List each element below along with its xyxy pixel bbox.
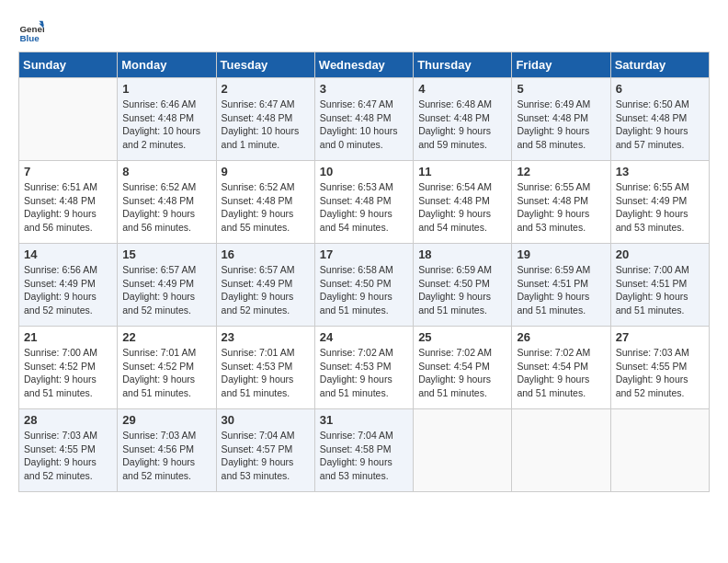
day-info: Sunrise: 6:57 AM Sunset: 4:49 PM Dayligh… <box>122 263 210 317</box>
calendar-cell: 24Sunrise: 7:02 AM Sunset: 4:53 PM Dayli… <box>314 327 413 409</box>
calendar-cell: 20Sunrise: 7:00 AM Sunset: 4:51 PM Dayli… <box>610 244 709 327</box>
day-number: 6 <box>616 82 704 96</box>
calendar-cell: 26Sunrise: 7:02 AM Sunset: 4:54 PM Dayli… <box>512 327 610 409</box>
weekday-header-tuesday: Tuesday <box>216 52 314 78</box>
day-number: 5 <box>517 82 605 96</box>
day-number: 10 <box>320 165 408 178</box>
day-info: Sunrise: 6:56 AM Sunset: 4:49 PM Dayligh… <box>24 263 112 317</box>
day-info: Sunrise: 6:54 AM Sunset: 4:48 PM Dayligh… <box>418 180 506 235</box>
day-number: 19 <box>517 247 605 261</box>
calendar-cell: 10Sunrise: 6:53 AM Sunset: 4:48 PM Dayli… <box>314 161 413 244</box>
calendar-cell: 12Sunrise: 6:55 AM Sunset: 4:48 PM Dayli… <box>512 161 610 244</box>
calendar-cell: 7Sunrise: 6:51 AM Sunset: 4:48 PM Daylig… <box>19 161 118 244</box>
day-info: Sunrise: 7:00 AM Sunset: 4:51 PM Dayligh… <box>616 263 704 317</box>
day-number: 25 <box>418 330 506 344</box>
day-info: Sunrise: 6:47 AM Sunset: 4:48 PM Dayligh… <box>320 98 408 152</box>
calendar-cell: 8Sunrise: 6:52 AM Sunset: 4:48 PM Daylig… <box>118 161 216 244</box>
day-info: Sunrise: 7:03 AM Sunset: 4:55 PM Dayligh… <box>616 346 704 400</box>
calendar-cell: 21Sunrise: 7:00 AM Sunset: 4:52 PM Dayli… <box>19 327 118 409</box>
day-number: 15 <box>122 247 210 261</box>
day-number: 14 <box>24 247 112 261</box>
calendar-week-row: 1Sunrise: 6:46 AM Sunset: 4:48 PM Daylig… <box>19 78 710 161</box>
day-info: Sunrise: 6:58 AM Sunset: 4:50 PM Dayligh… <box>320 263 408 317</box>
day-info: Sunrise: 6:55 AM Sunset: 4:48 PM Dayligh… <box>517 180 605 235</box>
day-info: Sunrise: 7:01 AM Sunset: 4:52 PM Dayligh… <box>122 346 210 400</box>
day-info: Sunrise: 6:55 AM Sunset: 4:49 PM Dayligh… <box>616 180 704 235</box>
day-info: Sunrise: 7:00 AM Sunset: 4:52 PM Dayligh… <box>24 346 112 400</box>
calendar-week-row: 21Sunrise: 7:00 AM Sunset: 4:52 PM Dayli… <box>19 327 710 409</box>
calendar-cell: 9Sunrise: 6:52 AM Sunset: 4:48 PM Daylig… <box>216 161 314 244</box>
calendar-week-row: 7Sunrise: 6:51 AM Sunset: 4:48 PM Daylig… <box>19 161 710 244</box>
day-info: Sunrise: 6:52 AM Sunset: 4:48 PM Dayligh… <box>122 180 210 235</box>
weekday-header-wednesday: Wednesday <box>314 52 413 78</box>
day-info: Sunrise: 7:02 AM Sunset: 4:54 PM Dayligh… <box>517 346 605 400</box>
day-info: Sunrise: 6:47 AM Sunset: 4:48 PM Dayligh… <box>222 98 310 152</box>
day-number: 12 <box>517 165 605 178</box>
day-info: Sunrise: 7:02 AM Sunset: 4:53 PM Dayligh… <box>320 346 408 400</box>
calendar-cell: 22Sunrise: 7:01 AM Sunset: 4:52 PM Dayli… <box>118 327 216 409</box>
weekday-header-sunday: Sunday <box>19 52 118 78</box>
day-number: 20 <box>616 247 704 261</box>
weekday-header-row: SundayMondayTuesdayWednesdayThursdayFrid… <box>19 52 710 78</box>
day-number: 17 <box>320 247 408 261</box>
calendar-cell: 19Sunrise: 6:59 AM Sunset: 4:51 PM Dayli… <box>512 244 610 327</box>
day-number: 11 <box>418 165 506 178</box>
day-info: Sunrise: 6:48 AM Sunset: 4:48 PM Dayligh… <box>418 98 506 152</box>
day-info: Sunrise: 6:57 AM Sunset: 4:49 PM Dayligh… <box>222 263 310 317</box>
calendar-cell: 2Sunrise: 6:47 AM Sunset: 4:48 PM Daylig… <box>216 78 314 161</box>
day-number: 9 <box>222 165 310 178</box>
weekday-header-friday: Friday <box>512 52 610 78</box>
svg-text:Blue: Blue <box>19 33 40 43</box>
calendar-cell <box>512 409 610 492</box>
day-number: 28 <box>24 413 112 427</box>
day-number: 18 <box>418 247 506 261</box>
calendar-cell: 30Sunrise: 7:04 AM Sunset: 4:57 PM Dayli… <box>216 409 314 492</box>
weekday-header-saturday: Saturday <box>610 52 709 78</box>
calendar-week-row: 28Sunrise: 7:03 AM Sunset: 4:55 PM Dayli… <box>19 409 710 492</box>
day-info: Sunrise: 6:50 AM Sunset: 4:48 PM Dayligh… <box>616 98 704 152</box>
day-info: Sunrise: 6:59 AM Sunset: 4:51 PM Dayligh… <box>517 263 605 317</box>
header: General Blue <box>18 18 710 44</box>
day-number: 31 <box>320 413 408 427</box>
day-number: 4 <box>418 82 506 96</box>
calendar-cell: 29Sunrise: 7:03 AM Sunset: 4:56 PM Dayli… <box>118 409 216 492</box>
calendar: SundayMondayTuesdayWednesdayThursdayFrid… <box>18 52 710 492</box>
day-info: Sunrise: 7:01 AM Sunset: 4:53 PM Dayligh… <box>222 346 310 400</box>
logo: General Blue <box>18 18 46 44</box>
calendar-cell <box>610 409 709 492</box>
day-number: 2 <box>222 82 310 96</box>
day-number: 30 <box>222 413 310 427</box>
day-number: 29 <box>122 413 210 427</box>
calendar-cell: 27Sunrise: 7:03 AM Sunset: 4:55 PM Dayli… <box>610 327 709 409</box>
calendar-cell: 13Sunrise: 6:55 AM Sunset: 4:49 PM Dayli… <box>610 161 709 244</box>
weekday-header-thursday: Thursday <box>414 52 512 78</box>
day-number: 23 <box>222 330 310 344</box>
day-number: 27 <box>616 330 704 344</box>
day-info: Sunrise: 6:51 AM Sunset: 4:48 PM Dayligh… <box>24 180 112 235</box>
logo-icon: General Blue <box>18 18 44 44</box>
day-info: Sunrise: 6:49 AM Sunset: 4:48 PM Dayligh… <box>517 98 605 152</box>
calendar-cell: 25Sunrise: 7:02 AM Sunset: 4:54 PM Dayli… <box>414 327 512 409</box>
calendar-cell: 23Sunrise: 7:01 AM Sunset: 4:53 PM Dayli… <box>216 327 314 409</box>
day-info: Sunrise: 7:02 AM Sunset: 4:54 PM Dayligh… <box>418 346 506 400</box>
day-number: 22 <box>122 330 210 344</box>
day-info: Sunrise: 7:04 AM Sunset: 4:58 PM Dayligh… <box>320 429 408 483</box>
day-number: 24 <box>320 330 408 344</box>
calendar-cell: 31Sunrise: 7:04 AM Sunset: 4:58 PM Dayli… <box>314 409 413 492</box>
day-number: 26 <box>517 330 605 344</box>
weekday-header-monday: Monday <box>118 52 216 78</box>
calendar-cell: 15Sunrise: 6:57 AM Sunset: 4:49 PM Dayli… <box>118 244 216 327</box>
calendar-cell: 3Sunrise: 6:47 AM Sunset: 4:48 PM Daylig… <box>314 78 413 161</box>
calendar-cell: 6Sunrise: 6:50 AM Sunset: 4:48 PM Daylig… <box>610 78 709 161</box>
calendar-cell: 18Sunrise: 6:59 AM Sunset: 4:50 PM Dayli… <box>414 244 512 327</box>
day-info: Sunrise: 6:59 AM Sunset: 4:50 PM Dayligh… <box>418 263 506 317</box>
day-number: 7 <box>24 165 112 178</box>
day-number: 21 <box>24 330 112 344</box>
day-info: Sunrise: 7:03 AM Sunset: 4:56 PM Dayligh… <box>122 429 210 483</box>
calendar-week-row: 14Sunrise: 6:56 AM Sunset: 4:49 PM Dayli… <box>19 244 710 327</box>
day-info: Sunrise: 6:53 AM Sunset: 4:48 PM Dayligh… <box>320 180 408 235</box>
day-info: Sunrise: 7:04 AM Sunset: 4:57 PM Dayligh… <box>222 429 310 483</box>
day-info: Sunrise: 6:46 AM Sunset: 4:48 PM Dayligh… <box>122 98 210 152</box>
day-info: Sunrise: 6:52 AM Sunset: 4:48 PM Dayligh… <box>222 180 310 235</box>
calendar-cell <box>19 78 118 161</box>
